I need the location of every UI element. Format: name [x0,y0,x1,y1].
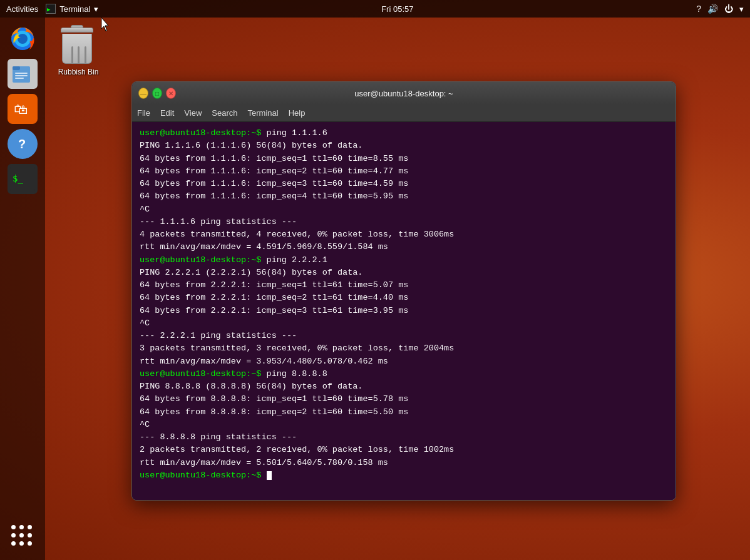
topbar: Activities ▶ Terminal ▾ Fri 05:57 ? 🔊 ⏻ … [0,0,750,18]
terminal-line: 64 bytes from 1.1.1.6: icmp_seq=3 ttl=60… [140,178,668,190]
menu-edit[interactable]: Edit [160,108,174,118]
apps-dot [28,533,32,537]
terminal-line: user@ubuntu18-desktop:~$ ping 2.2.2.1 [140,254,668,267]
terminal-menubar: File Edit View Search Terminal Help [132,104,676,122]
terminal-line: 64 bytes from 1.1.1.6: icmp_seq=2 ttl=60… [140,165,668,178]
dock-item-appstore[interactable]: 🛍 [8,94,38,124]
svg-text:?: ? [18,137,26,151]
terminal-line: rtt min/avg/max/mdev = 5.501/5.640/5.780… [140,457,668,469]
terminal-cursor [267,471,272,480]
apps-dot [11,533,16,537]
terminal-line: ^C [140,419,668,431]
terminal-line: 64 bytes from 2.2.2.1: icmp_seq=3 ttl=61… [140,305,668,317]
terminal-titlebar: — □ ✕ user@ubuntu18-desktop: ~ [132,82,676,104]
activities-button[interactable]: Activities [6,4,38,14]
rubbish-bin-desktop-icon[interactable]: Rubbish Bin [53,25,103,76]
topbar-app-label: Terminal [59,4,90,14]
menu-search[interactable]: Search [212,108,237,118]
volume-indicator[interactable]: 🔊 [707,4,718,14]
files-icon [10,61,35,86]
apps-dot [28,525,32,529]
show-applications-button[interactable] [11,525,34,547]
terminal-line: rtt min/avg/max/mdev = 4.591/5.969/8.559… [140,241,668,253]
terminal-line: PING 8.8.8.8 (8.8.8.8) 56(84) bytes of d… [140,380,668,393]
menu-file[interactable]: File [137,108,150,118]
topbar-right: ? 🔊 ⏻ ▾ [696,4,744,14]
dock-bottom [11,525,34,554]
terminal-line: 64 bytes from 1.1.1.6: icmp_seq=4 ttl=60… [140,190,668,203]
firefox-icon [9,25,36,53]
apps-dot [11,541,16,546]
system-menu-arrow[interactable]: ▾ [739,4,744,14]
terminal-title: user@ubuntu18-desktop: ~ [176,89,632,98]
apps-dot [19,525,24,529]
topbar-app-arrow: ▾ [94,4,98,14]
terminal-app-icon: ▶ [46,4,56,14]
apps-dot [19,541,24,546]
svg-text:🛍: 🛍 [14,101,28,117]
terminal-line: 2 packets transmitted, 2 received, 0% pa… [140,444,668,456]
appstore-icon: 🛍 [10,96,35,121]
svg-rect-8 [15,75,28,76]
terminal-line: rtt min/avg/max/mdev = 3.953/4.480/5.078… [140,355,668,368]
close-button[interactable]: ✕ [166,88,176,99]
dock: 🛍 ? $_ [0,18,45,560]
terminal-line: 3 packets transmitted, 3 received, 0% pa… [140,342,668,355]
help-icon: ? [10,131,35,156]
terminal-line: ^C [140,203,668,216]
topbar-app-menu[interactable]: ▶ Terminal ▾ [46,4,98,14]
window-controls-left: — □ ✕ [138,88,176,99]
terminal-line: 4 packets transmitted, 4 received, 0% pa… [140,228,668,241]
minimize-button[interactable]: — [138,88,148,99]
terminal-line: user@ubuntu18-desktop:~$ ping 8.8.8.8 [140,368,668,380]
terminal-dock-icon: $_ [10,166,35,191]
menu-view[interactable]: View [184,108,202,118]
dock-item-firefox[interactable] [8,24,38,54]
power-indicator[interactable]: ⏻ [724,4,733,14]
rubbish-bin-graphic [61,25,96,65]
terminal-line: ^C [140,317,668,330]
svg-text:$_: $_ [13,173,23,184]
svg-point-4 [18,34,28,44]
dock-item-terminal[interactable]: $_ [8,164,38,194]
terminal-window: — □ ✕ user@ubuntu18-desktop: ~ File Edit… [131,81,676,501]
terminal-line: user@ubuntu18-desktop:~$ ping 1.1.1.6 [140,127,668,140]
svg-rect-7 [15,73,28,74]
maximize-button[interactable]: □ [152,88,162,99]
terminal-line: PING 2.2.2.1 (2.2.2.1) 56(84) bytes of d… [140,267,668,279]
terminal-prompt-final: user@ubuntu18-desktop:~$ [140,469,668,482]
rubbish-bin-label: Rubbish Bin [58,68,99,76]
terminal-line: --- 2.2.2.1 ping statistics --- [140,330,668,342]
terminal-line: PING 1.1.1.6 (1.1.1.6) 56(84) bytes of d… [140,140,668,152]
topbar-clock: Fri 05:57 [381,4,413,14]
terminal-body[interactable]: user@ubuntu18-desktop:~$ ping 1.1.1.6 PI… [132,122,676,500]
terminal-line: 64 bytes from 8.8.8.8: icmp_seq=2 ttl=60… [140,406,668,419]
help-indicator[interactable]: ? [696,4,701,14]
dock-item-files[interactable] [8,59,38,89]
svg-rect-9 [15,78,24,79]
svg-rect-6 [13,66,20,70]
svg-text:▶: ▶ [47,6,51,13]
terminal-line: 64 bytes from 1.1.1.6: icmp_seq=1 ttl=60… [140,153,668,165]
dock-item-help[interactable]: ? [8,129,38,159]
apps-dot [28,541,32,546]
terminal-line: --- 8.8.8.8 ping statistics --- [140,431,668,444]
topbar-left: Activities ▶ Terminal ▾ [6,4,98,14]
terminal-line: 64 bytes from 2.2.2.1: icmp_seq=2 ttl=61… [140,292,668,304]
apps-dot [19,533,24,537]
terminal-line: 64 bytes from 2.2.2.1: icmp_seq=1 ttl=61… [140,279,668,292]
menu-terminal[interactable]: Terminal [248,108,279,118]
apps-dot [11,525,16,529]
terminal-line: --- 1.1.1.6 ping statistics --- [140,216,668,228]
menu-help[interactable]: Help [289,108,306,118]
terminal-line: 64 bytes from 8.8.8.8: icmp_seq=1 ttl=60… [140,393,668,405]
desktop: Activities ▶ Terminal ▾ Fri 05:57 ? 🔊 ⏻ … [0,0,750,560]
